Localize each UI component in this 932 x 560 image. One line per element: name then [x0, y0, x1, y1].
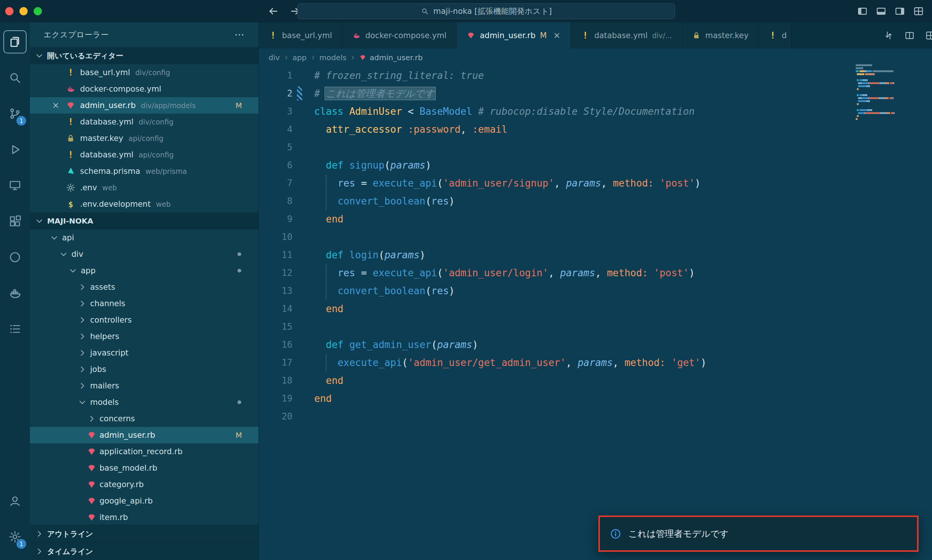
breadcrumb-item[interactable]: div	[268, 53, 280, 62]
activity-search[interactable]	[0, 60, 30, 96]
activity-remote-explorer[interactable]	[0, 168, 30, 203]
editor-area: !base_url.ymldocker-compose.ymladmin_use…	[259, 22, 932, 560]
minimap[interactable]	[856, 64, 919, 124]
code-line-2[interactable]: 2# これは管理者モデルです	[259, 85, 932, 102]
code-line-7[interactable]: 7 res = execute_api('admin_user/signup',…	[259, 174, 932, 192]
activity-project-list[interactable]	[0, 311, 30, 347]
panel-bottom-icon[interactable]	[876, 6, 886, 17]
code-line-4[interactable]: 4 attr_accessor :password, :email	[259, 120, 932, 138]
open-editor-row[interactable]: docker-compose.yml	[30, 81, 259, 97]
line-number: 18	[259, 375, 293, 386]
tree-folder-channels[interactable]: channels	[30, 295, 259, 312]
code-line-20[interactable]: 20	[259, 408, 932, 425]
line-text: # frozen_string_literal: true	[314, 70, 484, 81]
tree-folder-models[interactable]: models	[30, 394, 259, 411]
breadcrumb-item[interactable]: models	[319, 53, 347, 62]
activity-docker[interactable]	[0, 275, 30, 311]
tree-label: application_record.rb	[100, 447, 182, 456]
tree-folder-controllers[interactable]: controllers	[30, 312, 259, 328]
code-line-8[interactable]: 8 convert_boolean(res)	[259, 192, 932, 210]
tree-folder-div[interactable]: div	[30, 246, 259, 262]
activity-accounts[interactable]	[0, 483, 30, 519]
command-center-search[interactable]: maji-noka [拡張機能開発ホスト]	[297, 3, 675, 19]
code-line-9[interactable]: 9 end	[259, 210, 932, 228]
breadcrumb-file[interactable]: admin_user.rb	[370, 53, 423, 62]
code-line-1[interactable]: 1# frozen_string_literal: true	[259, 66, 932, 85]
open-editor-row[interactable]: admin_user.rbdiv/app/modelsM	[30, 97, 259, 114]
back-icon[interactable]	[267, 5, 279, 17]
breadcrumb-item[interactable]: app	[293, 53, 307, 62]
yaml-icon: !	[268, 31, 277, 40]
line-number: 7	[259, 178, 293, 188]
close-tab-icon[interactable]	[553, 31, 561, 40]
section-timeline[interactable]: タイムライン	[30, 542, 259, 560]
line-text: execute_api('admin_user/get_admin_user',…	[314, 357, 707, 368]
tree-label: concerns	[100, 414, 135, 423]
more-actions-icon[interactable]	[234, 29, 245, 40]
code-line-19[interactable]: 19end	[259, 389, 932, 408]
compare-changes-icon[interactable]	[883, 30, 894, 41]
tab-master.key[interactable]: master.key	[682, 22, 759, 49]
code-line-6[interactable]: 6 def signup(params)	[259, 156, 932, 174]
zoom-window-button[interactable]	[34, 7, 42, 15]
activity-run-debug[interactable]	[0, 132, 30, 168]
indent-guide	[326, 174, 327, 210]
open-editor-row[interactable]: schema.prismaweb/prisma	[30, 163, 259, 180]
activity-explorer[interactable]	[0, 24, 30, 60]
tree-folder-mailers[interactable]: mailers	[30, 378, 259, 394]
open-editor-row[interactable]: $.env.developmentweb	[30, 196, 259, 212]
code-line-3[interactable]: 3class AdminUser < BaseModel # rubocop:d…	[259, 102, 932, 120]
layout-grid-icon[interactable]	[913, 6, 924, 17]
activity-source-control[interactable]: 1	[0, 96, 30, 132]
code-line-14[interactable]: 14 end	[259, 300, 932, 318]
code-line-18[interactable]: 18 end	[259, 372, 932, 389]
activity-extensions[interactable]	[0, 203, 30, 239]
tree-folder-api[interactable]: api	[30, 229, 259, 246]
open-editor-row[interactable]: !database.ymlapi/config	[30, 146, 259, 163]
tree-folder-javascript[interactable]: javascript	[30, 345, 259, 361]
open-editor-row[interactable]: !base_url.ymldiv/config	[30, 64, 259, 81]
open-editor-row[interactable]: master.keyapi/config	[30, 130, 259, 146]
notification-toast[interactable]: これは管理者モデルです	[598, 515, 918, 552]
panel-right-icon[interactable]	[895, 6, 905, 17]
activity-live-share[interactable]	[0, 239, 30, 275]
code-line-17[interactable]: 17 execute_api('admin_user/get_admin_use…	[259, 354, 932, 372]
close-slot[interactable]	[52, 101, 66, 109]
code-line-13[interactable]: 13 convert_boolean(res)	[259, 282, 932, 300]
code-line-16[interactable]: 16 def get_admin_user(params)	[259, 336, 932, 354]
activity-settings[interactable]: 1	[0, 519, 30, 555]
tree-file-application_record.rb[interactable]: application_record.rb	[30, 443, 259, 460]
code-line-12[interactable]: 12 res = execute_api('admin_user/login',…	[259, 264, 932, 282]
layout-grid-icon[interactable]	[925, 30, 932, 41]
open-editor-row[interactable]: .envweb	[30, 180, 259, 196]
tree-file-item.rb[interactable]: item.rb	[30, 509, 259, 526]
tree-folder-jobs[interactable]: jobs	[30, 361, 259, 378]
code-editor[interactable]: 1# frozen_string_literal: true2# これは管理者モ…	[259, 66, 932, 425]
tree-file-admin_user.rb[interactable]: admin_user.rbM	[30, 427, 259, 443]
section-workspace[interactable]: MAJI-NOKA	[30, 212, 259, 229]
tab-docker-compose.yml[interactable]: docker-compose.yml	[342, 22, 457, 49]
code-line-5[interactable]: 5	[259, 138, 932, 156]
tab-d[interactable]: !d	[758, 22, 791, 49]
section-outline[interactable]: アウトライン	[30, 525, 259, 542]
tab-base_url.yml[interactable]: !base_url.yml	[259, 22, 342, 49]
tree-file-category.rb[interactable]: category.rb	[30, 476, 259, 493]
line-number: 11	[259, 250, 293, 260]
panel-left-icon[interactable]	[857, 6, 868, 17]
open-editor-row[interactable]: !database.ymldiv/config	[30, 114, 259, 130]
section-open-editors[interactable]: 開いているエディター	[30, 47, 259, 64]
code-line-15[interactable]: 15	[259, 318, 932, 336]
minimize-window-button[interactable]	[20, 7, 28, 15]
split-editor-icon[interactable]	[904, 30, 915, 41]
tree-file-base_model.rb[interactable]: base_model.rb	[30, 460, 259, 476]
tree-folder-assets[interactable]: assets	[30, 279, 259, 295]
tree-folder-concerns[interactable]: concerns	[30, 411, 259, 427]
tree-folder-app[interactable]: app	[30, 262, 259, 279]
tree-file-google_api.rb[interactable]: google_api.rb	[30, 493, 259, 509]
tab-database.yml[interactable]: !database.ymldiv/...	[571, 22, 682, 49]
code-line-10[interactable]: 10	[259, 228, 932, 246]
code-line-11[interactable]: 11 def login(params)	[259, 246, 932, 264]
close-window-button[interactable]	[5, 7, 14, 15]
tab-admin_user.rb[interactable]: admin_user.rbM	[457, 22, 571, 49]
tree-folder-helpers[interactable]: helpers	[30, 328, 259, 345]
